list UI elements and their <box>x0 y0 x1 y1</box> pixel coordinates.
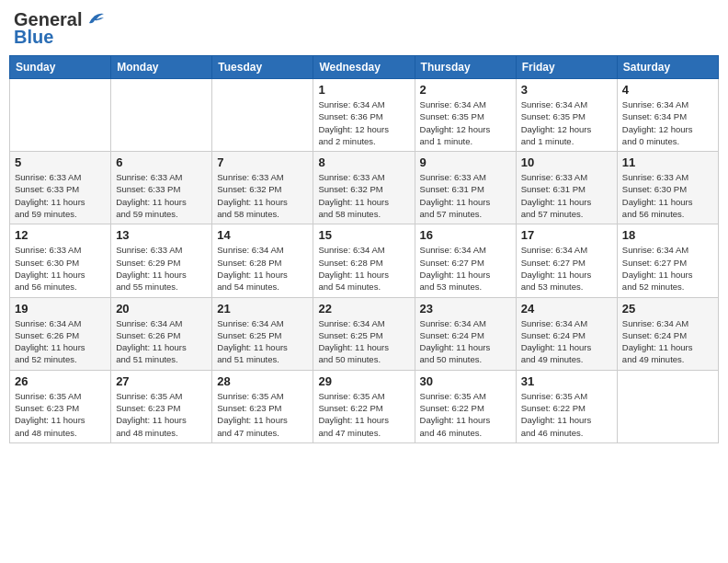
calendar-cell: 10Sunrise: 6:33 AM Sunset: 6:31 PM Dayli… <box>516 152 617 224</box>
calendar-cell: 16Sunrise: 6:34 AM Sunset: 6:27 PM Dayli… <box>415 224 516 297</box>
day-info: Sunrise: 6:33 AM Sunset: 6:33 PM Dayligh… <box>116 171 207 220</box>
day-info: Sunrise: 6:34 AM Sunset: 6:24 PM Dayligh… <box>521 317 612 366</box>
calendar-cell: 15Sunrise: 6:34 AM Sunset: 6:28 PM Dayli… <box>313 224 415 297</box>
day-number: 18 <box>622 228 713 242</box>
calendar-cell: 27Sunrise: 6:35 AM Sunset: 6:23 PM Dayli… <box>111 370 212 442</box>
day-of-week-header: Thursday <box>415 56 516 79</box>
day-info: Sunrise: 6:33 AM Sunset: 6:33 PM Dayligh… <box>15 171 106 220</box>
calendar-cell: 2Sunrise: 6:34 AM Sunset: 6:35 PM Daylig… <box>415 79 516 152</box>
day-number: 2 <box>420 83 511 97</box>
calendar-table: SundayMondayTuesdayWednesdayThursdayFrid… <box>9 55 719 443</box>
calendar-cell: 13Sunrise: 6:33 AM Sunset: 6:29 PM Dayli… <box>111 224 212 297</box>
day-number: 6 <box>116 155 207 169</box>
day-info: Sunrise: 6:34 AM Sunset: 6:25 PM Dayligh… <box>217 317 308 366</box>
calendar-cell: 11Sunrise: 6:33 AM Sunset: 6:30 PM Dayli… <box>617 152 718 224</box>
calendar-cell: 4Sunrise: 6:34 AM Sunset: 6:34 PM Daylig… <box>617 79 718 152</box>
day-number: 22 <box>318 302 409 316</box>
day-number: 29 <box>318 374 409 388</box>
day-number: 8 <box>318 155 409 169</box>
day-info: Sunrise: 6:33 AM Sunset: 6:31 PM Dayligh… <box>420 171 511 220</box>
day-info: Sunrise: 6:34 AM Sunset: 6:35 PM Dayligh… <box>521 98 612 147</box>
day-of-week-header: Saturday <box>617 56 718 79</box>
day-number: 24 <box>521 302 612 316</box>
calendar-cell: 31Sunrise: 6:35 AM Sunset: 6:22 PM Dayli… <box>516 370 617 442</box>
day-number: 4 <box>622 83 713 97</box>
calendar-week-row: 1Sunrise: 6:34 AM Sunset: 6:36 PM Daylig… <box>10 79 719 152</box>
calendar-week-row: 19Sunrise: 6:34 AM Sunset: 6:26 PM Dayli… <box>10 297 719 370</box>
calendar-cell: 6Sunrise: 6:33 AM Sunset: 6:33 PM Daylig… <box>111 152 212 224</box>
logo: General Blue <box>14 9 106 48</box>
calendar-week-row: 12Sunrise: 6:33 AM Sunset: 6:30 PM Dayli… <box>10 224 719 297</box>
day-number: 17 <box>521 228 612 242</box>
calendar-cell: 7Sunrise: 6:33 AM Sunset: 6:32 PM Daylig… <box>212 152 313 224</box>
calendar-cell: 3Sunrise: 6:34 AM Sunset: 6:35 PM Daylig… <box>516 79 617 152</box>
calendar-cell: 23Sunrise: 6:34 AM Sunset: 6:24 PM Dayli… <box>415 297 516 370</box>
day-number: 10 <box>521 155 612 169</box>
day-info: Sunrise: 6:33 AM Sunset: 6:29 PM Dayligh… <box>116 244 207 293</box>
calendar-header-row: SundayMondayTuesdayWednesdayThursdayFrid… <box>10 56 719 79</box>
day-number: 30 <box>420 374 511 388</box>
calendar-cell <box>617 370 718 442</box>
day-number: 23 <box>420 302 511 316</box>
day-of-week-header: Monday <box>111 56 212 79</box>
day-info: Sunrise: 6:33 AM Sunset: 6:32 PM Dayligh… <box>217 171 308 220</box>
calendar-week-row: 26Sunrise: 6:35 AM Sunset: 6:23 PM Dayli… <box>10 370 719 442</box>
day-info: Sunrise: 6:34 AM Sunset: 6:27 PM Dayligh… <box>521 244 612 293</box>
day-number: 21 <box>217 302 308 316</box>
day-info: Sunrise: 6:34 AM Sunset: 6:24 PM Dayligh… <box>622 317 713 366</box>
day-info: Sunrise: 6:34 AM Sunset: 6:34 PM Dayligh… <box>622 98 713 147</box>
day-of-week-header: Friday <box>516 56 617 79</box>
calendar-cell: 8Sunrise: 6:33 AM Sunset: 6:32 PM Daylig… <box>313 152 415 224</box>
day-number: 26 <box>15 374 106 388</box>
day-info: Sunrise: 6:33 AM Sunset: 6:30 PM Dayligh… <box>622 171 713 220</box>
day-info: Sunrise: 6:33 AM Sunset: 6:32 PM Dayligh… <box>318 171 409 220</box>
calendar-cell: 29Sunrise: 6:35 AM Sunset: 6:22 PM Dayli… <box>313 370 415 442</box>
day-info: Sunrise: 6:34 AM Sunset: 6:24 PM Dayligh… <box>420 317 511 366</box>
day-info: Sunrise: 6:34 AM Sunset: 6:25 PM Dayligh… <box>318 317 409 366</box>
day-info: Sunrise: 6:34 AM Sunset: 6:35 PM Dayligh… <box>420 98 511 147</box>
calendar-cell <box>212 79 313 152</box>
day-number: 3 <box>521 83 612 97</box>
day-number: 20 <box>116 302 207 316</box>
day-info: Sunrise: 6:33 AM Sunset: 6:30 PM Dayligh… <box>15 244 106 293</box>
day-info: Sunrise: 6:34 AM Sunset: 6:28 PM Dayligh… <box>217 244 308 293</box>
day-number: 9 <box>420 155 511 169</box>
day-info: Sunrise: 6:35 AM Sunset: 6:22 PM Dayligh… <box>420 390 511 439</box>
calendar-cell: 22Sunrise: 6:34 AM Sunset: 6:25 PM Dayli… <box>313 297 415 370</box>
calendar-cell: 1Sunrise: 6:34 AM Sunset: 6:36 PM Daylig… <box>313 79 415 152</box>
day-number: 14 <box>217 228 308 242</box>
day-info: Sunrise: 6:33 AM Sunset: 6:31 PM Dayligh… <box>521 171 612 220</box>
day-of-week-header: Sunday <box>10 56 111 79</box>
day-info: Sunrise: 6:34 AM Sunset: 6:36 PM Dayligh… <box>318 98 409 147</box>
calendar-cell: 20Sunrise: 6:34 AM Sunset: 6:26 PM Dayli… <box>111 297 212 370</box>
calendar-cell: 30Sunrise: 6:35 AM Sunset: 6:22 PM Dayli… <box>415 370 516 442</box>
calendar-cell <box>111 79 212 152</box>
day-number: 7 <box>217 155 308 169</box>
day-of-week-header: Wednesday <box>313 56 415 79</box>
day-info: Sunrise: 6:34 AM Sunset: 6:27 PM Dayligh… <box>420 244 511 293</box>
calendar-cell: 9Sunrise: 6:33 AM Sunset: 6:31 PM Daylig… <box>415 152 516 224</box>
logo-bird-icon <box>85 10 106 27</box>
calendar-week-row: 5Sunrise: 6:33 AM Sunset: 6:33 PM Daylig… <box>10 152 719 224</box>
calendar-cell: 26Sunrise: 6:35 AM Sunset: 6:23 PM Dayli… <box>10 370 111 442</box>
day-number: 15 <box>318 228 409 242</box>
calendar-cell: 12Sunrise: 6:33 AM Sunset: 6:30 PM Dayli… <box>10 224 111 297</box>
day-info: Sunrise: 6:34 AM Sunset: 6:26 PM Dayligh… <box>15 317 106 366</box>
day-info: Sunrise: 6:35 AM Sunset: 6:22 PM Dayligh… <box>521 390 612 439</box>
day-number: 1 <box>318 83 409 97</box>
calendar-cell: 19Sunrise: 6:34 AM Sunset: 6:26 PM Dayli… <box>10 297 111 370</box>
day-number: 13 <box>116 228 207 242</box>
day-info: Sunrise: 6:35 AM Sunset: 6:23 PM Dayligh… <box>116 390 207 439</box>
day-info: Sunrise: 6:34 AM Sunset: 6:26 PM Dayligh… <box>116 317 207 366</box>
day-number: 16 <box>420 228 511 242</box>
day-number: 12 <box>15 228 106 242</box>
calendar-cell: 28Sunrise: 6:35 AM Sunset: 6:23 PM Dayli… <box>212 370 313 442</box>
page-header: General Blue <box>9 9 719 48</box>
calendar-cell: 25Sunrise: 6:34 AM Sunset: 6:24 PM Dayli… <box>617 297 718 370</box>
calendar-cell: 24Sunrise: 6:34 AM Sunset: 6:24 PM Dayli… <box>516 297 617 370</box>
day-info: Sunrise: 6:35 AM Sunset: 6:23 PM Dayligh… <box>217 390 308 439</box>
logo-blue-text: Blue <box>14 27 53 48</box>
calendar-cell: 5Sunrise: 6:33 AM Sunset: 6:33 PM Daylig… <box>10 152 111 224</box>
day-number: 11 <box>622 155 713 169</box>
calendar-cell <box>10 79 111 152</box>
